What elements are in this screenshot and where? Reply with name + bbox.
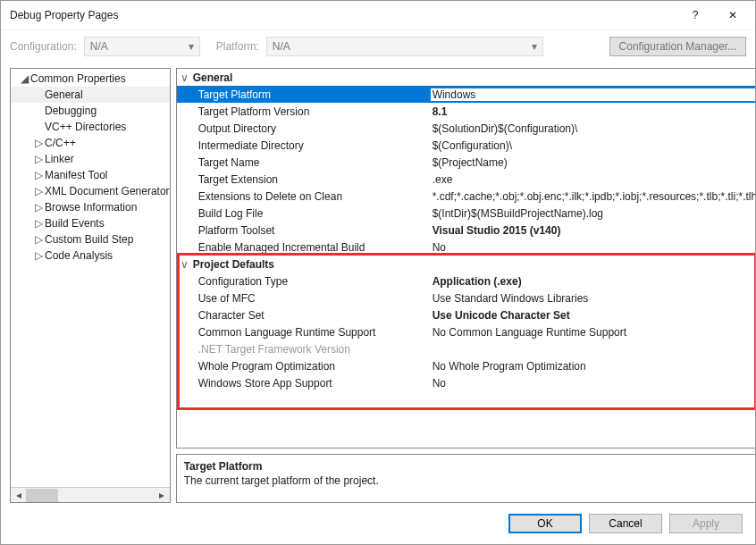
- prop-clr-support[interactable]: Common Language Runtime SupportNo Common…: [177, 323, 756, 340]
- close-icon: ✕: [728, 9, 737, 21]
- tree-item-manifest[interactable]: ▷Manifest Tool: [11, 167, 170, 183]
- prop-build-log-file[interactable]: Build Log File$(IntDir)$(MSBuildProjectN…: [177, 205, 756, 222]
- platform-value: N/A: [273, 40, 290, 53]
- expand-icon[interactable]: ▷: [32, 249, 45, 262]
- platform-label: Platform:: [216, 40, 259, 53]
- collapse-icon[interactable]: ∨: [177, 258, 193, 271]
- prop-intermediate-directory[interactable]: Intermediate Directory$(Configuration)\: [177, 137, 756, 154]
- property-tree[interactable]: ◢ Common Properties General Debugging VC…: [11, 69, 170, 487]
- tree-item-codeanalysis[interactable]: ▷Code Analysis: [11, 247, 170, 264]
- prop-whole-program-opt[interactable]: Whole Program OptimizationNo Whole Progr…: [177, 357, 756, 374]
- ok-button[interactable]: OK: [508, 514, 582, 533]
- prop-ext-delete-clean[interactable]: Extensions to Delete on Clean*.cdf;*.cac…: [177, 188, 756, 205]
- tree-root-label: Common Properties: [30, 72, 126, 85]
- platform-combo: N/A ▾: [266, 37, 543, 56]
- apply-button: Apply: [669, 514, 743, 533]
- tree-pane: ◢ Common Properties General Debugging VC…: [10, 68, 171, 503]
- cancel-button[interactable]: Cancel: [589, 514, 662, 533]
- dialog-footer: OK Cancel Apply: [1, 503, 755, 544]
- tree-item-browse[interactable]: ▷Browse Information: [11, 199, 170, 215]
- prop-target-extension[interactable]: Target Extension.exe: [177, 171, 756, 188]
- configuration-combo: N/A ▾: [84, 37, 200, 56]
- collapse-icon[interactable]: ◢: [18, 72, 30, 85]
- config-toolbar: Configuration: N/A ▾ Platform: N/A ▾ Con…: [1, 29, 755, 62]
- main-area: ◢ Common Properties General Debugging VC…: [10, 68, 746, 503]
- expand-icon[interactable]: ▷: [32, 169, 45, 181]
- prop-target-platform[interactable]: Target PlatformWindows: [177, 86, 756, 103]
- prop-target-platform-version[interactable]: Target Platform Version8.1: [177, 103, 756, 120]
- description-text: The current target platform of the proje…: [184, 474, 751, 487]
- prop-output-directory[interactable]: Output Directory$(SolutionDir)$(Configur…: [177, 120, 756, 137]
- expand-icon[interactable]: ▷: [32, 217, 45, 230]
- prop-net-framework: .NET Target Framework Version: [177, 340, 756, 357]
- tree-item-buildevents[interactable]: ▷Build Events: [11, 215, 170, 231]
- configuration-manager-button[interactable]: Configuration Manager...: [609, 37, 746, 56]
- tree-item-xmldoc[interactable]: ▷XML Document Generator: [11, 183, 170, 199]
- expand-icon[interactable]: ▷: [32, 185, 45, 197]
- chevron-down-icon: ▾: [189, 40, 194, 53]
- help-icon: ?: [693, 9, 699, 21]
- tree-scrollbar[interactable]: ◂ ▸: [11, 487, 170, 502]
- right-pane: ∨ General Target PlatformWindows Target …: [176, 68, 756, 503]
- help-button[interactable]: ?: [676, 3, 714, 28]
- scroll-left-icon[interactable]: ◂: [11, 488, 26, 503]
- prop-use-of-mfc[interactable]: Use of MFCUse Standard Windows Libraries: [177, 289, 756, 306]
- tree-root[interactable]: ◢ Common Properties: [11, 71, 170, 87]
- prop-character-set[interactable]: Character SetUse Unicode Character Set: [177, 306, 756, 323]
- property-grid[interactable]: ∨ General Target PlatformWindows Target …: [176, 68, 756, 449]
- description-panel: Target Platform The current target platf…: [176, 454, 756, 503]
- prop-target-name[interactable]: Target Name$(ProjectName): [177, 154, 756, 171]
- expand-icon[interactable]: ▷: [32, 201, 45, 214]
- tree-item-debugging[interactable]: Debugging: [11, 103, 170, 119]
- tree-item-custombuild[interactable]: ▷Custom Build Step: [11, 231, 170, 247]
- title-bar: Debug Property Pages ? ✕: [1, 1, 755, 29]
- expand-icon[interactable]: ▷: [32, 233, 45, 246]
- description-title: Target Platform: [184, 460, 751, 473]
- prop-configuration-type[interactable]: Configuration TypeApplication (.exe): [177, 272, 756, 289]
- tree-item-vcdirs[interactable]: VC++ Directories: [11, 119, 170, 135]
- chevron-down-icon: ▾: [532, 40, 537, 53]
- configuration-label: Configuration:: [10, 40, 77, 53]
- prop-managed-incremental[interactable]: Enable Managed Incremental BuildNo: [177, 239, 756, 256]
- window-title: Debug Property Pages: [10, 9, 118, 21]
- prop-store-app-support[interactable]: Windows Store App SupportNo: [177, 374, 756, 391]
- expand-icon[interactable]: ▷: [32, 137, 45, 149]
- tree-item-ccpp[interactable]: ▷C/C++: [11, 135, 170, 151]
- close-button[interactable]: ✕: [714, 3, 752, 28]
- expand-icon[interactable]: ▷: [32, 153, 45, 165]
- configuration-value: N/A: [90, 40, 108, 53]
- tree-item-general[interactable]: General: [11, 87, 170, 103]
- prop-platform-toolset[interactable]: Platform ToolsetVisual Studio 2015 (v140…: [177, 222, 756, 239]
- category-project-defaults[interactable]: ∨ Project Defaults: [177, 256, 756, 272]
- tree-item-linker[interactable]: ▷Linker: [11, 151, 170, 167]
- category-general[interactable]: ∨ General: [177, 69, 756, 86]
- collapse-icon[interactable]: ∨: [177, 71, 193, 84]
- scroll-thumb[interactable]: [26, 489, 58, 502]
- scroll-right-icon[interactable]: ▸: [155, 488, 170, 503]
